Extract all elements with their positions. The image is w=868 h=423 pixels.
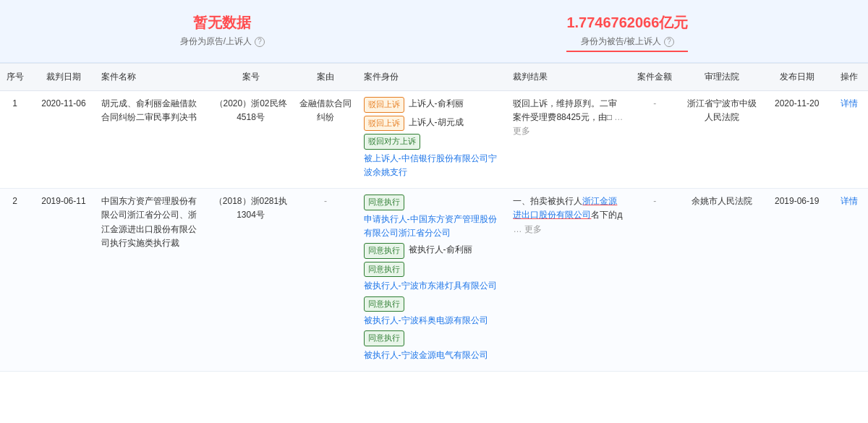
cell-name: 中国东方资产管理股份有限公司浙江省分公司、浙江金源进出口股份有限公司执行实施类执… <box>97 189 209 372</box>
cell-case-no: （2020）浙02民终4518号 <box>210 91 292 189</box>
col-header-court: 审理法院 <box>681 64 763 91</box>
cell-pub-date: 2019-06-19 <box>763 189 830 372</box>
defendant-label: 身份为被告/被上诉人 ? <box>581 35 674 48</box>
col-header-seq: 序号 <box>0 64 30 91</box>
result-text: 驳回上诉，维持原判。二审案件受理费88425元，由□ … 更多 <box>513 97 624 139</box>
cell-roles: 驳回上诉上诉人-俞利丽驳回上诉上诉人-胡元成驳回对方上诉被上诉人-中信银行股份有… <box>359 91 509 189</box>
cell-seq: 2 <box>0 189 30 372</box>
role-text[interactable]: 被执行人-宁波市东港灯具有限公司 <box>364 279 497 293</box>
detail-link[interactable]: 详情 <box>841 196 858 206</box>
role-badge: 同意执行 <box>364 195 404 210</box>
table-row: 22019-06-11中国东方资产管理股份有限公司浙江省分公司、浙江金源进出口股… <box>0 189 868 372</box>
role-line: 驳回对方上诉被上诉人-中信银行股份有限公司宁波余姚支行 <box>364 134 505 179</box>
defendant-amount: 1.7746762066亿元 <box>566 13 688 33</box>
role-line: 同意执行被执行人-俞利丽 <box>364 243 505 259</box>
col-header-pubdate: 发布日期 <box>763 64 830 91</box>
col-header-no: 案号 <box>210 64 292 91</box>
cell-reason: 金融借款合同纠纷 <box>292 91 359 189</box>
role-line: 同意执行被执行人-宁波科奥电源有限公司 <box>364 296 505 328</box>
cell-amount: - <box>629 189 681 372</box>
more-link[interactable]: … 更多 <box>513 224 541 234</box>
cell-result: 驳回上诉，维持原判。二审案件受理费88425元，由□ … 更多 <box>509 91 629 189</box>
role-text[interactable]: 被上诉人-中信银行股份有限公司宁波余姚支行 <box>364 152 505 179</box>
role-line: 同意执行被执行人-宁波金源电气有限公司 <box>364 330 505 362</box>
role-badge: 同意执行 <box>364 243 404 259</box>
table-row: 12020-11-06胡元成、俞利丽金融借款合同纠纷二审民事判决书（2020）浙… <box>0 91 868 189</box>
col-header-date: 裁判日期 <box>30 64 97 91</box>
role-line: 驳回上诉上诉人-胡元成 <box>364 116 505 132</box>
col-header-name: 案件名称 <box>97 64 209 91</box>
table-header-row: 序号 裁判日期 案件名称 案号 案由 案件身份 裁判结果 案件金额 审理法院 发… <box>0 64 868 91</box>
cell-reason: - <box>292 189 359 372</box>
more-link[interactable]: … 更多 <box>513 112 623 136</box>
role-line: 同意执行申请执行人-中国东方资产管理股份有限公司浙江省分公司 <box>364 195 505 240</box>
defendant-block: 1.7746762066亿元 身份为被告/被上诉人 ? <box>566 13 688 52</box>
col-header-reason: 案由 <box>292 64 359 91</box>
cell-date: 2020-11-06 <box>30 91 97 189</box>
role-text[interactable]: 被执行人-宁波金源电气有限公司 <box>364 349 488 362</box>
cell-action[interactable]: 详情 <box>830 189 868 372</box>
role-text[interactable]: 申请执行人-中国东方资产管理股份有限公司浙江省分公司 <box>364 213 505 240</box>
cell-roles: 同意执行申请执行人-中国东方资产管理股份有限公司浙江省分公司同意执行被执行人-俞… <box>359 189 509 372</box>
role-text[interactable]: 被执行人-宁波科奥电源有限公司 <box>364 314 488 328</box>
col-header-amount: 案件金额 <box>629 64 681 91</box>
cell-amount: - <box>629 91 681 189</box>
plaintiff-block: 暂无数据 身份为原告/上诉人 ? <box>180 13 265 48</box>
role-badge: 同意执行 <box>364 296 404 312</box>
role-text: 上诉人-俞利丽 <box>409 97 464 110</box>
cases-table: 序号 裁判日期 案件名称 案号 案由 案件身份 裁判结果 案件金额 审理法院 发… <box>0 63 868 372</box>
role-badge: 驳回上诉 <box>364 97 404 113</box>
result-text: 一、拍卖被执行人浙江金源进出口股份有限公司名下的д … 更多 <box>513 195 624 236</box>
cell-date: 2019-06-11 <box>30 189 97 372</box>
cell-seq: 1 <box>0 91 30 189</box>
cell-court: 余姚市人民法院 <box>681 189 763 372</box>
role-badge: 同意执行 <box>364 262 404 278</box>
plaintiff-amount: 暂无数据 <box>193 13 251 33</box>
cell-result: 一、拍卖被执行人浙江金源进出口股份有限公司名下的д … 更多 <box>509 189 629 372</box>
cell-court: 浙江省宁波市中级人民法院 <box>681 91 763 189</box>
plaintiff-label: 身份为原告/上诉人 ? <box>180 35 265 48</box>
role-text: 上诉人-胡元成 <box>409 116 464 129</box>
role-text: 被执行人-俞利丽 <box>409 243 472 256</box>
defendant-help-icon[interactable]: ? <box>664 37 674 47</box>
detail-link[interactable]: 详情 <box>841 98 858 108</box>
summary-header: 暂无数据 身份为原告/上诉人 ? 1.7746762066亿元 身份为被告/被上… <box>0 0 868 63</box>
cell-name: 胡元成、俞利丽金融借款合同纠纷二审民事判决书 <box>97 91 209 189</box>
col-header-result: 裁判结果 <box>509 64 629 91</box>
col-header-action: 操作 <box>830 64 868 91</box>
cell-case-no: （2018）浙0281执1304号 <box>210 189 292 372</box>
role-badge: 同意执行 <box>364 330 404 346</box>
result-link[interactable]: 浙江金源进出口股份有限公司 <box>513 196 617 220</box>
cell-action[interactable]: 详情 <box>830 91 868 189</box>
role-badge: 驳回上诉 <box>364 116 404 132</box>
col-header-role: 案件身份 <box>359 64 509 91</box>
plaintiff-help-icon[interactable]: ? <box>255 37 265 47</box>
role-badge: 驳回对方上诉 <box>364 134 420 150</box>
role-line: 同意执行被执行人-宁波市东港灯具有限公司 <box>364 262 505 294</box>
role-line: 驳回上诉上诉人-俞利丽 <box>364 97 505 113</box>
cell-pub-date: 2020-11-20 <box>763 91 830 189</box>
